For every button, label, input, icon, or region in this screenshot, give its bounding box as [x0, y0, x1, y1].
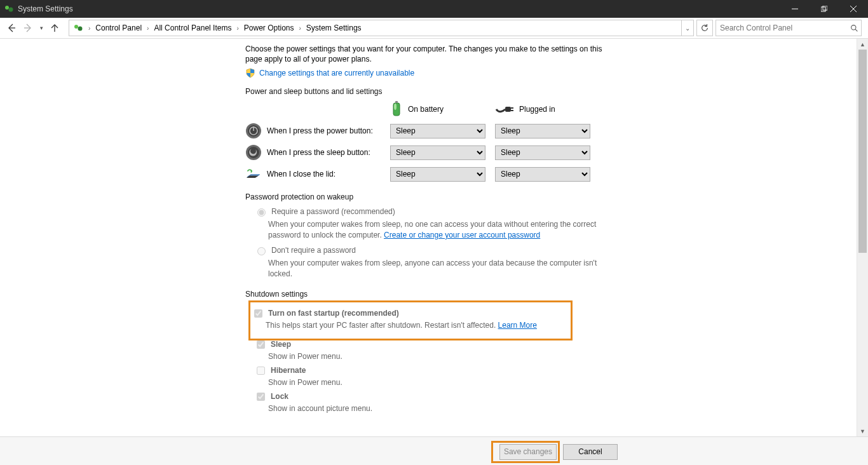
svg-point-0 — [5, 6, 9, 10]
label-close-lid: When I close the lid: — [267, 170, 336, 179]
chevron-right-icon[interactable]: › — [235, 25, 240, 32]
desc-hibernate: Show in Power menu. — [268, 378, 607, 387]
breadcrumb-item[interactable]: Control Panel — [92, 20, 146, 36]
select-lid-plugged[interactable]: Do nothingSleepHibernateShut down — [495, 167, 590, 182]
window-titlebar: System Settings — [0, 0, 868, 18]
svg-point-10 — [74, 25, 78, 29]
breadcrumb-item[interactable]: All Control Panel Items — [150, 20, 235, 36]
select-sleep-plugged[interactable]: Do nothingSleepHibernateShut down — [495, 145, 590, 160]
link-learn-more[interactable]: Learn More — [498, 321, 537, 330]
plug-icon — [495, 104, 514, 114]
breadcrumb-item[interactable]: Power Options — [240, 20, 298, 36]
search-input[interactable] — [716, 20, 847, 36]
select-lid-battery[interactable]: Do nothingSleepHibernateShut down — [390, 167, 485, 182]
select-sleep-battery[interactable]: Do nothingSleepHibernateShut down — [390, 145, 485, 160]
up-button[interactable] — [47, 20, 62, 36]
battery-icon — [390, 101, 403, 118]
checkbox-hibernate — [257, 367, 265, 375]
cancel-button[interactable]: Cancel — [563, 444, 618, 460]
uac-change-settings-link[interactable]: Change settings that are currently unava… — [259, 69, 414, 78]
label-fast-startup: Turn on fast startup (recommended) — [268, 309, 399, 318]
scrollbar-thumb[interactable] — [858, 50, 867, 253]
col-plugged-label: Plugged in — [519, 105, 555, 114]
row-sleep-button: When I press the sleep button: Do nothin… — [245, 144, 607, 161]
label-lock: Lock — [271, 392, 288, 401]
sleep-button-icon — [245, 144, 262, 161]
page-description: Choose the power settings that you want … — [245, 44, 607, 64]
col-battery-label: On battery — [408, 105, 444, 114]
scroll-down-arrow[interactable]: ▼ — [857, 426, 868, 436]
navigation-bar: ▾ › Control Panel › All Control Panel It… — [0, 18, 868, 39]
refresh-button[interactable] — [696, 20, 713, 36]
desc-require-password: When your computer wakes from sleep, no … — [268, 219, 605, 240]
breadcrumb-item[interactable]: System Settings — [302, 20, 365, 36]
highlight-fast-startup: Turn on fast startup (recommended) This … — [252, 304, 569, 337]
row-power-button: When I press the power button: Do nothin… — [245, 123, 607, 139]
address-history-dropdown[interactable]: ⌄ — [681, 20, 693, 36]
forward-button[interactable] — [20, 20, 36, 36]
main-content: Choose the power settings that you want … — [0, 39, 868, 436]
maximize-button[interactable] — [810, 0, 839, 18]
lid-icon — [245, 166, 262, 182]
window-title: System Settings — [18, 4, 73, 13]
app-icon — [4, 4, 14, 14]
svg-point-12 — [851, 25, 855, 29]
section-password-title: Password protection on wakeup — [245, 192, 607, 203]
chevron-right-icon[interactable]: › — [87, 25, 92, 32]
svg-rect-15 — [395, 101, 398, 103]
select-power-battery[interactable]: Do nothingSleepHibernateShut down — [390, 124, 485, 138]
desc-lock: Show in account picture menu. — [268, 404, 607, 413]
breadcrumb-root-icon[interactable] — [69, 20, 87, 36]
svg-point-16 — [394, 104, 397, 110]
section-power-buttons-title: Power and sleep buttons and lid settings — [245, 87, 607, 97]
search-box[interactable] — [715, 20, 862, 36]
label-sleep-button: When I press the sleep button: — [267, 148, 370, 157]
checkbox-sleep — [257, 340, 265, 349]
link-create-password[interactable]: Create or change your user account passw… — [384, 231, 540, 239]
row-close-lid: When I close the lid: Do nothingSleepHib… — [245, 166, 607, 182]
svg-line-13 — [855, 29, 857, 31]
desc-no-password: When your computer wakes from sleep, any… — [268, 258, 605, 279]
power-button-icon — [245, 123, 262, 139]
radio-no-password — [257, 247, 266, 255]
button-bar: Save changes Cancel — [0, 436, 868, 465]
select-power-plugged[interactable]: Do nothingSleepHibernateShut down — [495, 124, 590, 138]
search-icon[interactable] — [847, 24, 861, 32]
section-shutdown-title: Shutdown settings — [245, 290, 607, 300]
desc-sleep-shutdown: Show in Power menu. — [268, 352, 607, 361]
scroll-up-arrow[interactable]: ▲ — [857, 39, 868, 50]
checkbox-lock — [257, 393, 265, 401]
label-hibernate: Hibernate — [271, 366, 306, 375]
chevron-right-icon[interactable]: › — [298, 25, 302, 32]
close-button[interactable] — [839, 0, 868, 18]
checkbox-fast-startup — [254, 309, 262, 318]
svg-point-11 — [78, 27, 83, 31]
label-sleep-shutdown: Sleep — [271, 340, 291, 349]
label-no-password: Don't require a password — [271, 246, 356, 255]
vertical-scrollbar[interactable]: ▲ ▼ — [857, 39, 868, 436]
highlight-save-changes: Save changes — [493, 443, 558, 461]
address-bar[interactable]: › Control Panel › All Control Panel Item… — [69, 20, 694, 36]
label-power-button: When I press the power button: — [267, 126, 373, 135]
label-require-password: Require a password (recommended) — [271, 207, 395, 216]
minimize-button[interactable] — [780, 0, 810, 18]
svg-rect-17 — [505, 107, 511, 112]
chevron-right-icon[interactable]: › — [146, 25, 150, 32]
recent-dropdown[interactable]: ▾ — [37, 20, 46, 36]
save-changes-button: Save changes — [499, 444, 557, 460]
radio-require-password — [257, 208, 266, 217]
shield-icon — [245, 68, 255, 78]
back-button[interactable] — [4, 20, 19, 36]
desc-fast-startup: This helps start your PC faster after sh… — [266, 321, 566, 330]
svg-point-1 — [9, 8, 13, 12]
